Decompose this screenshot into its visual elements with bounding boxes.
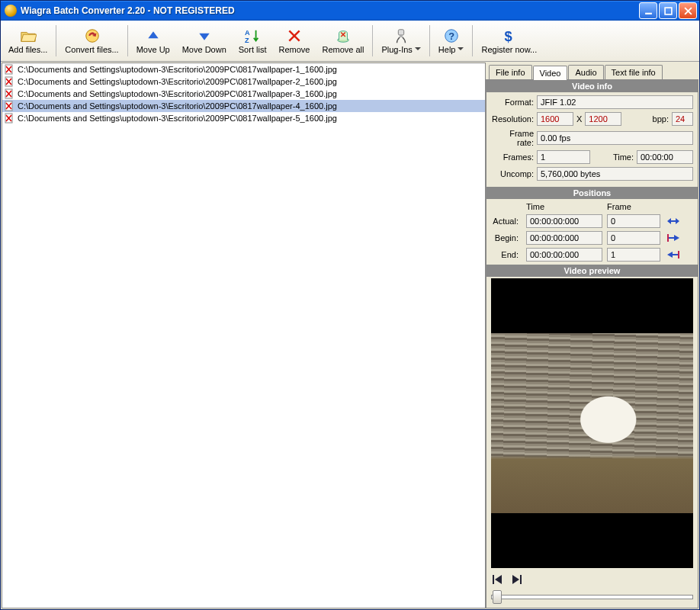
tab-video[interactable]: Video — [533, 66, 568, 80]
actual-label: Actual: — [491, 217, 522, 226]
frame-rate-label: Frame rate: — [491, 129, 537, 147]
move-down-button[interactable]: Move Down — [176, 21, 233, 61]
register-label: Register now... — [481, 45, 537, 54]
preview-image — [491, 333, 693, 513]
actual-frame: 0 — [607, 214, 660, 228]
svg-rect-19 — [673, 254, 678, 255]
body: C:\Documents and Settings\uptodown-3\Esc… — [1, 62, 699, 609]
actual-time: 00:00:00:000 — [526, 214, 602, 228]
preview-controls — [486, 570, 698, 589]
move-up-button[interactable]: Move Up — [130, 21, 176, 61]
move-up-label: Move Up — [136, 45, 170, 54]
dollar-icon: $ — [501, 27, 518, 44]
sort-list-button[interactable]: AZ Sort list — [233, 21, 273, 61]
file-row[interactable]: C:\Documents and Settings\uptodown-3\Esc… — [2, 100, 485, 112]
svg-text:?: ? — [448, 30, 454, 42]
positions-header: Positions — [486, 187, 698, 199]
remove-all-button[interactable]: Remove all — [316, 21, 370, 61]
convert-files-button[interactable]: Convert files... — [59, 21, 124, 61]
slider-thumb[interactable] — [493, 590, 502, 604]
file-error-icon — [4, 113, 14, 124]
folder-add-icon — [20, 27, 37, 44]
svg-rect-22 — [520, 575, 522, 584]
skip-end-button[interactable] — [509, 573, 523, 586]
file-row[interactable]: C:\Documents and Settings\uptodown-3\Esc… — [2, 112, 485, 124]
app-icon — [5, 5, 17, 17]
end-set-button[interactable] — [665, 248, 682, 262]
file-list[interactable]: C:\Documents and Settings\uptodown-3\Esc… — [2, 63, 486, 608]
right-panel: File info Video Audio Text file info Vid… — [486, 63, 698, 608]
svg-rect-18 — [669, 237, 674, 239]
arrow-down-icon — [196, 27, 213, 44]
svg-rect-0 — [645, 12, 652, 14]
time-value: 00:00:00 — [637, 150, 693, 164]
file-row[interactable]: C:\Documents and Settings\uptodown-3\Esc… — [2, 75, 485, 88]
help-icon: ? — [443, 27, 460, 44]
slider-track — [491, 595, 693, 599]
actual-goto-button[interactable] — [665, 214, 682, 228]
frames-label: Frames: — [491, 152, 537, 162]
toolbar-separator-2 — [127, 25, 128, 56]
resolution-label: Resolution: — [491, 114, 537, 124]
svg-text:$: $ — [504, 28, 512, 44]
toolbar-separator-5 — [472, 25, 473, 56]
remove-button[interactable]: Remove — [272, 21, 316, 61]
positions-col-frame: Frame — [607, 202, 660, 211]
minimize-button[interactable] — [639, 2, 657, 19]
file-error-icon — [4, 76, 14, 87]
format-label: Format: — [491, 98, 537, 107]
begin-time: 00:00:00:000 — [526, 231, 602, 245]
video-info-header: Video info — [486, 80, 698, 92]
sort-list-label: Sort list — [239, 45, 267, 54]
positions-section: Time Frame Actual: 00:00:00:000 0 Begin:… — [486, 199, 698, 265]
window-controls — [639, 2, 697, 19]
convert-files-label: Convert files... — [65, 45, 118, 54]
begin-label: Begin: — [491, 233, 522, 242]
video-info-section: Format: JFIF 1.02 Resolution: 1600 X 120… — [486, 92, 698, 187]
panel-body: Video info Format: JFIF 1.02 Resolution:… — [486, 79, 698, 608]
file-path: C:\Documents and Settings\uptodown-3\Esc… — [18, 89, 337, 98]
resolution-x: X — [573, 114, 585, 124]
window-title: Wiagra Batch Converter 2.20 - NOT REGIST… — [21, 5, 639, 16]
svg-text:A: A — [245, 29, 250, 37]
plugins-button[interactable]: Plug-Ins — [375, 21, 426, 61]
add-files-button[interactable]: Add files... — [2, 21, 53, 61]
help-button[interactable]: ? Help — [432, 21, 470, 61]
uncomp-value: 5,760,000 bytes — [537, 167, 693, 181]
plugins-label: Plug-Ins — [381, 45, 420, 54]
end-label: End: — [491, 250, 522, 259]
preview-area — [491, 278, 693, 568]
preview-section — [486, 277, 698, 608]
preview-header: Video preview — [486, 265, 698, 277]
file-path: C:\Documents and Settings\uptodown-3\Esc… — [18, 65, 337, 74]
file-error-icon — [4, 101, 14, 111]
tab-audio[interactable]: Audio — [568, 65, 603, 79]
toolbar-separator-1 — [56, 25, 56, 56]
remove-all-icon — [335, 27, 352, 44]
maximize-button[interactable] — [659, 2, 677, 19]
preview-slider-row — [486, 589, 698, 608]
tab-file-info[interactable]: File info — [489, 65, 532, 79]
preview-slider[interactable] — [491, 589, 693, 603]
help-label: Help — [438, 45, 464, 54]
file-row[interactable]: C:\Documents and Settings\uptodown-3\Esc… — [2, 88, 485, 100]
frames-value: 1 — [537, 150, 590, 164]
tab-text-file-info[interactable]: Text file info — [605, 65, 663, 79]
bpp-label: bpp: — [653, 114, 672, 124]
svg-rect-1 — [665, 8, 672, 14]
sort-icon: AZ — [244, 27, 261, 44]
file-path: C:\Documents and Settings\uptodown-3\Esc… — [18, 114, 337, 123]
register-button[interactable]: $ Register now... — [475, 21, 543, 61]
close-button[interactable] — [679, 2, 697, 19]
uncomp-label: Uncomp: — [491, 169, 537, 178]
svg-rect-6 — [398, 30, 403, 35]
file-row[interactable]: C:\Documents and Settings\uptodown-3\Esc… — [2, 63, 485, 75]
tab-bar: File info Video Audio Text file info — [486, 63, 698, 79]
time-label: Time: — [613, 152, 637, 162]
svg-rect-7 — [400, 34, 403, 37]
begin-frame: 0 — [607, 231, 660, 245]
svg-rect-21 — [493, 575, 494, 584]
remove-icon — [286, 27, 303, 44]
begin-set-button[interactable] — [665, 231, 682, 245]
skip-start-button[interactable] — [491, 573, 505, 586]
